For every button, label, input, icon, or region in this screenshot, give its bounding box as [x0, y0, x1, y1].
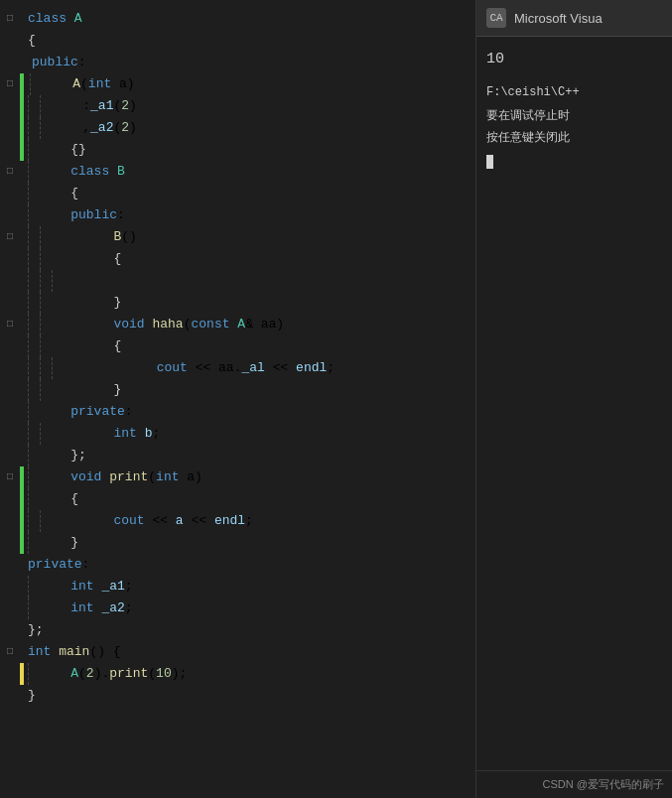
- table-row: }: [0, 292, 475, 314]
- terminal-cursor: [486, 155, 493, 169]
- code-line: }: [24, 379, 475, 401]
- table-row: private:: [0, 554, 475, 576]
- code-line: public:: [24, 52, 475, 73]
- code-line: {: [24, 30, 475, 52]
- table-row: A(2).print(10);: [0, 663, 475, 685]
- terminal-path: F:\ceishi\C++: [486, 83, 662, 101]
- code-line: cout << aa._al << endl;: [24, 357, 475, 379]
- gutter: [0, 379, 20, 401]
- table-row: public:: [0, 204, 475, 226]
- table-row: }: [0, 532, 475, 554]
- code-line: cout << a << endl;: [24, 510, 475, 532]
- gutter: [0, 401, 20, 423]
- gutter: [0, 117, 20, 139]
- gutter: [0, 95, 20, 117]
- gutter: [0, 685, 20, 707]
- fold-icon[interactable]: □: [7, 466, 13, 488]
- code-line: {}: [24, 139, 475, 161]
- gutter: [0, 335, 20, 357]
- fold-icon[interactable]: □: [7, 161, 13, 183]
- code-line: }: [24, 292, 475, 314]
- table-row: private:: [0, 401, 475, 423]
- terminal-panel: CA Microsoft Visua 10 F:\ceishi\C++ 要在调试…: [476, 0, 672, 798]
- table-row: {}: [0, 139, 475, 161]
- table-row: :_a1(2): [0, 95, 475, 117]
- fold-icon[interactable]: □: [7, 73, 13, 95]
- gutter: [0, 204, 20, 226]
- gutter[interactable]: □: [0, 73, 20, 95]
- table-row: int _a1;: [0, 576, 475, 598]
- gutter[interactable]: □: [0, 8, 20, 30]
- gutter: [0, 510, 20, 532]
- gutter: [0, 488, 20, 510]
- gutter[interactable]: □: [0, 466, 20, 488]
- table-row: public:: [0, 52, 475, 73]
- code-line: void print(int a): [24, 466, 475, 488]
- gutter[interactable]: □: [0, 641, 20, 663]
- table-row: □ void haha(const A& aa): [0, 314, 475, 335]
- table-row: };: [0, 619, 475, 641]
- terminal-output-number: 10: [486, 49, 662, 71]
- gutter[interactable]: □: [0, 161, 20, 183]
- code-line: private:: [24, 401, 475, 423]
- code-line: };: [24, 619, 475, 641]
- table-row: □ B(): [0, 226, 475, 248]
- code-line: {: [24, 183, 475, 204]
- table-row: {: [0, 488, 475, 510]
- code-line: [24, 270, 475, 292]
- code-line: class A: [24, 8, 475, 30]
- watermark: CSDN @爱写代码的刷子: [476, 770, 672, 798]
- table-row: };: [0, 445, 475, 466]
- code-line: A(int a): [24, 73, 475, 95]
- fold-icon[interactable]: □: [7, 8, 13, 30]
- fold-icon[interactable]: □: [7, 641, 13, 663]
- table-row: int b;: [0, 423, 475, 445]
- table-row: □ void print(int a): [0, 466, 475, 488]
- code-line: int _a2;: [24, 598, 475, 619]
- gutter: [0, 554, 20, 576]
- code-line: private:: [24, 554, 475, 576]
- table-row: {: [0, 183, 475, 204]
- code-line: };: [24, 445, 475, 466]
- fold-icon[interactable]: □: [7, 314, 13, 335]
- table-row: }: [0, 685, 475, 707]
- fold-icon[interactable]: □: [7, 226, 13, 248]
- table-row: [0, 270, 475, 292]
- terminal-header: CA Microsoft Visua: [476, 0, 672, 37]
- code-line: void haha(const A& aa): [24, 314, 475, 335]
- gutter: [0, 423, 20, 445]
- table-row: □ A(int a): [0, 73, 475, 95]
- code-line: {: [24, 248, 475, 270]
- table-row: cout << a << endl;: [0, 510, 475, 532]
- gutter: [0, 139, 20, 161]
- code-content: □ class A { public: □ A(int a) :_a1(: [0, 0, 475, 715]
- table-row: ,_a2(2): [0, 117, 475, 139]
- gutter: [0, 270, 20, 292]
- code-line: int b;: [24, 423, 475, 445]
- table-row: {: [0, 248, 475, 270]
- table-row: }: [0, 379, 475, 401]
- code-line: A(2).print(10);: [24, 663, 475, 685]
- terminal-title: Microsoft Visua: [514, 11, 603, 26]
- table-row: cout << aa._al << endl;: [0, 357, 475, 379]
- gutter: [0, 619, 20, 641]
- terminal-icon-label: CA: [489, 12, 502, 24]
- code-line: ,_a2(2): [24, 117, 475, 139]
- table-row: int _a2;: [0, 598, 475, 619]
- code-line: class B: [24, 161, 475, 183]
- terminal-body: 10 F:\ceishi\C++ 要在调试停止时 按任意键关闭此: [476, 37, 672, 770]
- code-line: int _a1;: [24, 576, 475, 598]
- code-line: {: [24, 488, 475, 510]
- gutter: [0, 52, 20, 73]
- code-line: :_a1(2): [24, 95, 475, 117]
- gutter: [0, 598, 20, 619]
- table-row: {: [0, 335, 475, 357]
- gutter: [0, 292, 20, 314]
- gutter[interactable]: □: [0, 314, 20, 335]
- gutter[interactable]: □: [0, 226, 20, 248]
- gutter: [0, 445, 20, 466]
- gutter: [0, 663, 20, 685]
- terminal-message2: 按任意键关闭此: [486, 129, 662, 147]
- gutter: [0, 183, 20, 204]
- code-line: int main() {: [24, 641, 475, 663]
